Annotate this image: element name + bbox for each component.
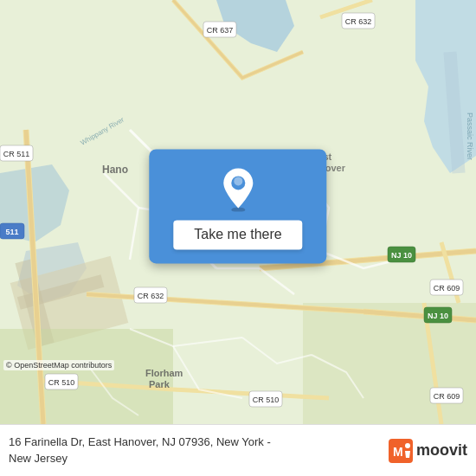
osm-attribution: © OpenStreetMap contributors (3, 360, 114, 370)
svg-text:CR 609: CR 609 (434, 392, 460, 401)
svg-text:NJ 10: NJ 10 (428, 312, 448, 320)
button-overlay: Take me there (149, 149, 326, 263)
svg-text:CR 609: CR 609 (434, 284, 460, 293)
svg-text:511: 511 (5, 228, 18, 236)
info-bar: 16 Farinella Dr, East Hanover, NJ 07936,… (0, 424, 476, 476)
map-container: CR 637 CR 511 CR 632 511 NJ 10 NJ 10 CR … (0, 0, 476, 424)
svg-text:CR 511: CR 511 (3, 150, 30, 158)
svg-point-40 (405, 443, 410, 448)
map-pin-icon (220, 166, 256, 211)
svg-text:CR 510: CR 510 (48, 378, 75, 387)
svg-text:Park: Park (149, 379, 170, 389)
svg-text:Hano: Hano (102, 164, 128, 176)
svg-text:Florham: Florham (145, 368, 183, 378)
svg-text:CR 510: CR 510 (253, 396, 280, 404)
svg-text:NJ 10: NJ 10 (391, 251, 412, 260)
address-text: 16 Farinella Dr, East Hanover, NJ 07936,… (9, 434, 382, 466)
svg-text:CR 632: CR 632 (138, 292, 164, 300)
svg-point-37 (234, 177, 242, 185)
svg-text:CR 637: CR 637 (207, 26, 234, 35)
svg-text:Passaic River: Passaic River (466, 113, 474, 160)
moovit-text: moovit (416, 441, 467, 460)
svg-text:CR 632: CR 632 (345, 17, 372, 26)
moovit-logo-icon: M (389, 439, 413, 463)
take-me-there-button[interactable]: Take me there (173, 220, 302, 249)
moovit-logo: M moovit (389, 439, 467, 463)
location-card: Take me there (149, 149, 326, 263)
svg-text:M: M (393, 445, 403, 459)
